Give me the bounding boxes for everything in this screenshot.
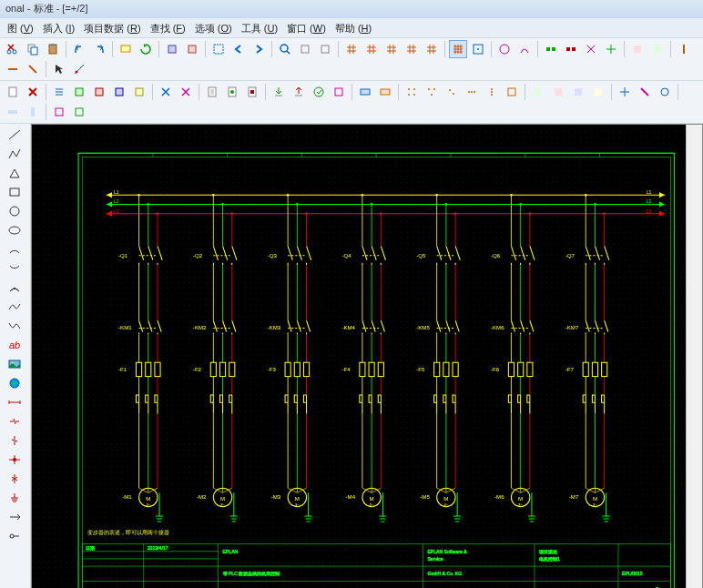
menu-window[interactable]: 窗口 (W) xyxy=(283,20,330,35)
tool-icon[interactable] xyxy=(316,40,334,58)
tool-icon[interactable] xyxy=(163,40,181,58)
tool-icon[interactable] xyxy=(330,83,348,101)
tool-icon[interactable] xyxy=(542,40,560,58)
tool-icon[interactable] xyxy=(177,83,195,101)
drawing-canvas[interactable]: L1 L2 L3 L1 L2 L3 -Q1-KM1-F1M3~-M1-Q2-KM… xyxy=(31,124,703,588)
tool-icon[interactable] xyxy=(515,40,534,58)
tool-icon[interactable] xyxy=(636,83,654,101)
link-icon[interactable] xyxy=(2,374,27,392)
cut-icon[interactable] xyxy=(4,40,22,58)
spline-icon[interactable] xyxy=(2,298,27,316)
grid-icon[interactable] xyxy=(423,40,441,58)
connector-icon[interactable] xyxy=(2,527,27,545)
tool-icon[interactable] xyxy=(569,83,587,101)
pointer-icon[interactable] xyxy=(50,60,68,78)
tool-icon[interactable] xyxy=(589,83,607,101)
tool-icon[interactable] xyxy=(70,60,88,78)
export-icon[interactable] xyxy=(290,83,308,101)
import-icon[interactable] xyxy=(270,83,288,101)
snap-icon[interactable] xyxy=(449,40,467,58)
arc-icon[interactable] xyxy=(2,259,27,278)
tool-icon[interactable] xyxy=(110,83,128,101)
menu-insert[interactable]: 插入 (I) xyxy=(39,20,78,35)
sector-icon[interactable] xyxy=(2,279,27,297)
redo-icon[interactable] xyxy=(90,40,108,58)
zoom-window-icon[interactable] xyxy=(209,40,228,58)
rect-icon[interactable] xyxy=(2,183,27,201)
tool-icon[interactable] xyxy=(376,83,394,101)
page-icon[interactable] xyxy=(223,83,241,101)
polygon-icon[interactable] xyxy=(2,164,27,182)
grid-icon[interactable] xyxy=(483,83,501,101)
tool-icon[interactable] xyxy=(582,40,600,58)
tool-icon[interactable] xyxy=(24,103,42,121)
tool-icon[interactable] xyxy=(296,40,314,58)
grid-icon[interactable] xyxy=(402,83,421,101)
spline-icon[interactable] xyxy=(2,317,27,335)
tool-icon[interactable] xyxy=(4,60,22,78)
paste-icon[interactable] xyxy=(44,40,62,58)
break-icon[interactable] xyxy=(2,412,27,431)
snap-icon[interactable] xyxy=(469,40,487,58)
undo-icon[interactable] xyxy=(70,40,88,58)
grid-icon[interactable] xyxy=(463,83,481,101)
tool-icon[interactable] xyxy=(183,40,201,58)
tool-icon[interactable] xyxy=(356,83,374,101)
tool-icon[interactable] xyxy=(602,40,620,58)
tool-icon[interactable] xyxy=(310,83,328,101)
tool-icon[interactable] xyxy=(90,83,108,101)
tool-icon[interactable] xyxy=(616,83,634,101)
menu-options[interactable]: 选项 (O) xyxy=(191,20,236,35)
next-icon[interactable] xyxy=(250,40,268,58)
new-icon[interactable] xyxy=(4,83,22,101)
tool-icon[interactable] xyxy=(648,40,667,58)
dimension-icon[interactable] xyxy=(2,393,27,411)
ground-icon[interactable] xyxy=(2,489,27,507)
menu-find[interactable]: 查找 (F) xyxy=(147,20,189,35)
interrupt-icon[interactable] xyxy=(2,431,27,450)
tool-icon[interactable] xyxy=(70,83,88,101)
list-icon[interactable] xyxy=(50,83,68,101)
image-icon[interactable] xyxy=(2,355,27,373)
grid-icon[interactable] xyxy=(402,40,421,58)
circle-icon[interactable] xyxy=(2,202,27,220)
tool-icon[interactable] xyxy=(549,83,567,101)
tool-icon[interactable] xyxy=(24,60,42,78)
tool-icon[interactable] xyxy=(562,40,580,58)
grid-icon[interactable] xyxy=(382,40,401,58)
grid-icon[interactable] xyxy=(423,83,441,101)
cancel-icon[interactable] xyxy=(157,83,175,101)
close-icon[interactable] xyxy=(24,83,42,101)
tool-icon[interactable] xyxy=(675,40,693,58)
junction-icon[interactable] xyxy=(2,470,27,488)
refresh-icon[interactable] xyxy=(137,40,155,58)
polyline-icon[interactable] xyxy=(2,145,27,163)
grid-icon[interactable] xyxy=(503,83,521,101)
scrollbar-vertical[interactable] xyxy=(686,125,702,588)
connector-icon[interactable] xyxy=(2,508,27,526)
grid-icon[interactable] xyxy=(362,40,381,58)
line-icon[interactable] xyxy=(2,126,27,144)
node-icon[interactable] xyxy=(2,451,27,469)
tool-icon[interactable] xyxy=(656,83,674,101)
tool-icon[interactable] xyxy=(628,40,647,58)
prev-icon[interactable] xyxy=(229,40,248,58)
tool-icon[interactable] xyxy=(130,83,148,101)
menu-help[interactable]: 帮助 (H) xyxy=(331,20,375,35)
grid-icon[interactable] xyxy=(443,83,461,101)
tool-icon[interactable] xyxy=(50,103,68,121)
find-icon[interactable] xyxy=(276,40,294,58)
tool-icon[interactable] xyxy=(529,83,547,101)
page-icon[interactable] xyxy=(203,83,221,101)
comment-icon[interactable] xyxy=(117,40,135,58)
tool-icon[interactable] xyxy=(495,40,514,58)
menu-project-data[interactable]: 项目数据 (R) xyxy=(80,20,144,35)
tool-icon[interactable] xyxy=(4,103,22,121)
menu-view[interactable]: 图 (V) xyxy=(4,20,37,35)
text-icon[interactable]: ab xyxy=(2,336,27,354)
tool-icon[interactable] xyxy=(70,103,88,121)
page-icon[interactable] xyxy=(243,83,261,101)
ellipse-icon[interactable] xyxy=(2,221,27,239)
arc-icon[interactable] xyxy=(2,240,27,259)
copy-icon[interactable] xyxy=(24,40,42,58)
